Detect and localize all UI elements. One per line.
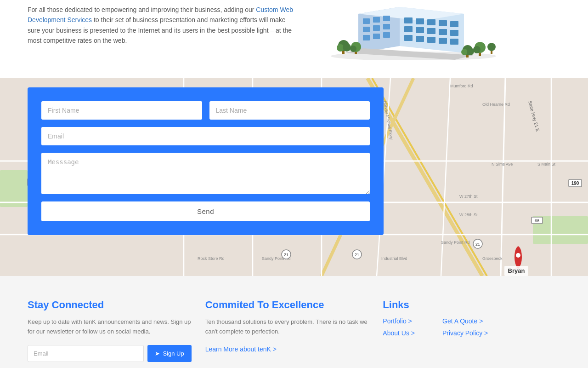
email-row bbox=[41, 127, 370, 145]
svg-text:Groesbeck: Groesbeck bbox=[482, 256, 503, 261]
svg-rect-5 bbox=[373, 17, 380, 23]
links-container: Portfolio > About Us > Get A Quote > Pri… bbox=[383, 317, 547, 341]
newsletter-row: ➤ Sign Up bbox=[28, 345, 192, 362]
svg-text:W 27th St: W 27th St bbox=[459, 194, 478, 199]
svg-rect-13 bbox=[404, 17, 413, 23]
last-name-input[interactable] bbox=[209, 101, 370, 120]
svg-point-42 bbox=[473, 46, 481, 53]
excellence-title: Commited To Excellence bbox=[205, 299, 369, 311]
svg-rect-20 bbox=[427, 28, 435, 34]
links-group-right: Get A Quote > Privacy Policy > bbox=[442, 317, 488, 341]
portfolio-link[interactable]: Portfolio > bbox=[383, 317, 415, 325]
svg-rect-26 bbox=[439, 38, 447, 44]
intro-text: For all those dedicated to empowering an… bbox=[28, 0, 294, 46]
send-button[interactable]: Send bbox=[41, 201, 370, 221]
first-name-input[interactable] bbox=[41, 101, 202, 120]
email-input[interactable] bbox=[41, 127, 370, 145]
svg-point-38 bbox=[461, 49, 468, 55]
svg-rect-24 bbox=[416, 36, 424, 42]
svg-text:Industrial Blvd: Industrial Blvd bbox=[381, 256, 407, 261]
svg-rect-50 bbox=[0, 170, 28, 207]
name-row bbox=[41, 101, 370, 120]
svg-text:Sandy Point Rd: Sandy Point Rd bbox=[441, 240, 470, 245]
svg-rect-15 bbox=[427, 19, 435, 25]
svg-rect-22 bbox=[450, 30, 458, 36]
signup-label: Sign Up bbox=[163, 350, 184, 357]
svg-rect-6 bbox=[383, 16, 390, 21]
stay-connected-title: Stay Connected bbox=[28, 299, 192, 311]
svg-text:68: 68 bbox=[535, 218, 539, 223]
svg-rect-7 bbox=[363, 27, 370, 32]
footer: Stay Connected Keep up to date with tenK… bbox=[0, 276, 588, 368]
privacy-policy-link[interactable]: Privacy Policy > bbox=[442, 329, 488, 337]
signup-button[interactable]: ➤ Sign Up bbox=[147, 345, 191, 362]
message-input[interactable] bbox=[41, 153, 370, 194]
svg-rect-9 bbox=[383, 24, 390, 29]
svg-point-39 bbox=[467, 48, 474, 55]
svg-text:21: 21 bbox=[284, 253, 288, 257]
excellence-text: Ten thousand solutions to every problem.… bbox=[205, 317, 369, 337]
svg-point-44 bbox=[487, 43, 496, 51]
footer-col-links: Links Portfolio > About Us > Get A Quote… bbox=[383, 299, 560, 368]
svg-rect-19 bbox=[416, 27, 424, 33]
map-section: State Hwy 21 E Harvey Mitchell Pkwy Harv… bbox=[0, 78, 588, 276]
svg-rect-25 bbox=[427, 37, 435, 43]
svg-rect-10 bbox=[363, 35, 370, 40]
custom-web-link[interactable]: Custom Web Development Services bbox=[28, 6, 293, 23]
svg-rect-23 bbox=[404, 35, 413, 41]
svg-rect-4 bbox=[363, 18, 370, 24]
svg-rect-27 bbox=[450, 39, 458, 45]
building-svg bbox=[299, 0, 519, 60]
get-quote-link[interactable]: Get A Quote > bbox=[442, 317, 488, 325]
svg-rect-14 bbox=[416, 18, 424, 24]
svg-rect-21 bbox=[439, 29, 447, 35]
svg-rect-16 bbox=[439, 20, 447, 26]
svg-rect-12 bbox=[383, 32, 390, 38]
learn-more-link[interactable]: Learn More about tenK > bbox=[205, 345, 277, 353]
svg-point-35 bbox=[350, 46, 356, 52]
links-title: Links bbox=[383, 299, 547, 311]
svg-text:Rock Store Rd: Rock Store Rd bbox=[198, 256, 225, 261]
svg-text:Mumford Rd: Mumford Rd bbox=[450, 84, 473, 88]
links-group-left: Portfolio > About Us > bbox=[383, 317, 415, 341]
svg-point-96 bbox=[516, 253, 520, 258]
newsletter-email-input[interactable] bbox=[28, 345, 144, 362]
svg-text:S Main St: S Main St bbox=[537, 162, 556, 167]
svg-rect-18 bbox=[404, 26, 413, 32]
svg-text:21: 21 bbox=[475, 242, 480, 247]
svg-rect-8 bbox=[373, 25, 380, 31]
footer-col-excellence: Commited To Excellence Ten thousand solu… bbox=[205, 299, 383, 368]
svg-point-32 bbox=[343, 43, 351, 52]
top-section: For all those dedicated to empowering an… bbox=[0, 0, 588, 78]
svg-rect-17 bbox=[450, 21, 458, 27]
svg-text:N Sims Ave: N Sims Ave bbox=[492, 162, 513, 167]
stay-connected-text: Keep up to date with tenK announcements … bbox=[28, 317, 192, 337]
svg-text:Old Hearne Rd: Old Hearne Rd bbox=[482, 102, 510, 107]
contact-form: Send bbox=[28, 87, 384, 235]
svg-text:W 28th St: W 28th St bbox=[459, 213, 478, 217]
building-illustration bbox=[294, 0, 524, 60]
svg-text:190: 190 bbox=[571, 181, 579, 186]
svg-rect-11 bbox=[373, 34, 380, 39]
svg-text:Bryan: Bryan bbox=[508, 267, 525, 274]
svg-text:21: 21 bbox=[355, 253, 359, 257]
footer-col-stay-connected: Stay Connected Keep up to date with tenK… bbox=[28, 299, 205, 368]
about-us-link[interactable]: About Us > bbox=[383, 329, 415, 337]
send-icon: ➤ bbox=[155, 350, 160, 357]
